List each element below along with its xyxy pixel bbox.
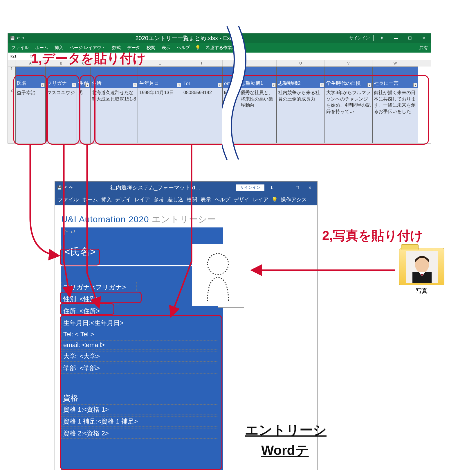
cell-motive2[interactable]: 社内競争から来る社員の圧倒的成長力 xyxy=(277,88,325,143)
tab-data[interactable]: データ xyxy=(126,44,141,52)
tab-page-layout[interactable]: ページ レイアウト xyxy=(68,44,107,52)
tab-insert[interactable]: 挿入 xyxy=(53,44,64,52)
tab-review[interactable]: 校閲 xyxy=(145,44,156,52)
field-university[interactable]: 大学: <大学> xyxy=(61,351,218,362)
th-motive1[interactable]: 志望動機1▾ xyxy=(239,67,277,88)
filter-icon[interactable]: ▾ xyxy=(413,83,417,87)
col-t[interactable]: T xyxy=(240,60,277,67)
field-dob[interactable]: 生年月日:<生年月日> xyxy=(61,318,218,328)
cell-gender[interactable]: 男 xyxy=(77,88,90,143)
th-address[interactable]: 住所▾ xyxy=(90,67,138,88)
field-furigana[interactable]: フリガナ:<フリガナ> xyxy=(61,282,137,293)
minimize-icon[interactable]: — xyxy=(390,36,401,40)
tab-references[interactable]: 参考 xyxy=(153,195,165,204)
excel-signin-button[interactable]: サインイン xyxy=(346,35,374,41)
col-d[interactable]: D xyxy=(90,60,138,67)
table-header-row: 1 氏名▾ フリガナ▾ 性別▾ 住所▾ 生年月日▾ Tel▾ email 志望動… xyxy=(8,67,418,88)
field-qual1-supp[interactable]: 資格 1 補足:<資格 1 補足> xyxy=(61,416,218,427)
filter-icon[interactable]: ▾ xyxy=(218,83,222,87)
share-button[interactable]: 共有 xyxy=(419,45,428,51)
field-email[interactable]: email: <email> xyxy=(61,340,218,350)
field-name[interactable]: <氏名> xyxy=(61,244,99,260)
filter-icon[interactable]: ▾ xyxy=(367,83,372,87)
tab-layout[interactable]: レイア xyxy=(134,195,151,204)
photo-folder[interactable]: 写真 xyxy=(396,248,447,295)
tab-file[interactable]: ファイル xyxy=(10,44,30,52)
col-w[interactable]: W xyxy=(372,60,418,67)
filter-icon[interactable]: ▾ xyxy=(320,83,324,87)
tab-review[interactable]: 校閲 xyxy=(186,195,198,204)
col-c[interactable]: C xyxy=(77,60,90,67)
filter-icon[interactable]: ▾ xyxy=(85,83,89,87)
minimize-icon[interactable]: — xyxy=(279,185,290,190)
tab-help[interactable]: ヘルプ xyxy=(214,195,231,204)
th-email[interactable]: email xyxy=(223,67,239,88)
tab-insert[interactable]: 挿入 xyxy=(101,195,112,204)
th-motive2[interactable]: 志望動機2▾ xyxy=(277,67,325,88)
tab-mailings[interactable]: 差し込 xyxy=(167,195,184,204)
undo-icon[interactable]: ↶ xyxy=(17,36,20,40)
undo-icon[interactable]: ↶ xyxy=(64,185,67,190)
cell-motive1[interactable]: 優秀な社員と、将来性の高い業界動向 xyxy=(239,88,277,143)
tell-me-input[interactable]: 希望する作業を入 xyxy=(205,44,242,52)
th-pride[interactable]: 学生時代の自慢▾ xyxy=(325,67,372,88)
tab-formulas[interactable]: 数式 xyxy=(111,44,122,52)
tab-view[interactable]: 表示 xyxy=(200,195,212,204)
maximize-icon[interactable]: ☐ xyxy=(292,185,303,190)
cell-email[interactable]: ko-ji xyxy=(223,88,239,143)
filter-icon[interactable]: ▾ xyxy=(177,83,181,87)
field-gender[interactable]: 性別: <性別> xyxy=(61,294,119,304)
cell-message[interactable]: 御社が描く未来の日本に共感しております。一緒に未来を創るお手伝いをした xyxy=(372,88,418,143)
field-faculty[interactable]: 学部: <学部> xyxy=(61,363,218,374)
cell-dob[interactable]: 1998年11月13日 xyxy=(138,88,182,143)
tell-me-input[interactable]: 操作アシス xyxy=(280,195,307,204)
col-u[interactable]: U xyxy=(277,60,325,67)
tab-view[interactable]: 表示 xyxy=(161,44,172,52)
th-furigana[interactable]: フリガナ▾ xyxy=(46,67,77,88)
tab-layout2[interactable]: レイア xyxy=(252,195,269,204)
cell-name[interactable]: 益子幸治 xyxy=(15,88,46,143)
filter-icon[interactable]: ▾ xyxy=(72,83,76,87)
col-a[interactable]: A xyxy=(15,60,46,67)
col-b[interactable]: B xyxy=(46,60,77,67)
field-tel[interactable]: Tel: < Tel > xyxy=(61,330,218,339)
col-v[interactable]: V xyxy=(325,60,372,67)
col-f[interactable]: F xyxy=(182,60,223,67)
close-icon[interactable]: ✕ xyxy=(304,185,315,190)
field-qual1[interactable]: 資格 1:<資格 1> xyxy=(61,404,218,415)
col-e[interactable]: E xyxy=(138,60,182,67)
th-gender[interactable]: 性別▾ xyxy=(77,67,90,88)
maximize-icon[interactable]: ☐ xyxy=(404,36,415,40)
tab-file[interactable]: ファイル xyxy=(57,195,79,204)
tab-design2[interactable]: デザイ xyxy=(233,195,250,204)
filter-icon[interactable]: ▾ xyxy=(133,83,137,87)
cell-pride[interactable]: 大学3年からフルマラソンへのチャレンジを始め、4時間半の記録を持ってい xyxy=(325,88,372,143)
th-name[interactable]: 氏名▾ xyxy=(15,67,46,88)
save-icon[interactable]: 💾 xyxy=(10,36,15,40)
th-tel[interactable]: Tel▾ xyxy=(182,67,223,88)
save-icon[interactable]: 💾 xyxy=(57,185,62,190)
tab-help[interactable]: ヘルプ xyxy=(176,44,191,52)
redo-icon[interactable]: ↷ xyxy=(21,36,25,40)
photo-thumbnail xyxy=(406,251,438,283)
tab-home[interactable]: ホーム xyxy=(34,44,49,52)
field-qual2[interactable]: 資格 2:<資格 2> xyxy=(61,428,218,439)
tab-design[interactable]: デザイ xyxy=(115,195,131,204)
ribbon-options-icon[interactable]: ⬍ xyxy=(266,185,277,190)
redo-icon[interactable]: ↷ xyxy=(69,185,73,190)
cell-tel[interactable]: 08086598142 xyxy=(182,88,223,143)
close-icon[interactable]: ✕ xyxy=(418,36,429,40)
tab-home[interactable]: ホーム xyxy=(82,195,98,204)
cell-address[interactable]: 北海道久遠郡せたな町大成区貝取澗151-8 xyxy=(90,88,138,143)
word-signin-button[interactable]: サインイン xyxy=(236,184,264,191)
name-box[interactable]: R21 xyxy=(8,54,28,58)
filter-icon[interactable]: ▾ xyxy=(272,83,276,87)
th-dob[interactable]: 生年月日▾ xyxy=(138,67,182,88)
filter-icon[interactable]: ▾ xyxy=(41,83,45,87)
th-message[interactable]: 社長に一言▾ xyxy=(372,67,418,88)
fx-icon[interactable]: fx xyxy=(28,54,36,58)
field-address[interactable]: 住所: <住所> xyxy=(61,306,218,316)
section-qualifications: 資格 xyxy=(61,392,224,404)
ribbon-options-icon[interactable]: ⬍ xyxy=(376,36,387,40)
cell-furigana[interactable]: マスコユウジ xyxy=(46,88,77,143)
